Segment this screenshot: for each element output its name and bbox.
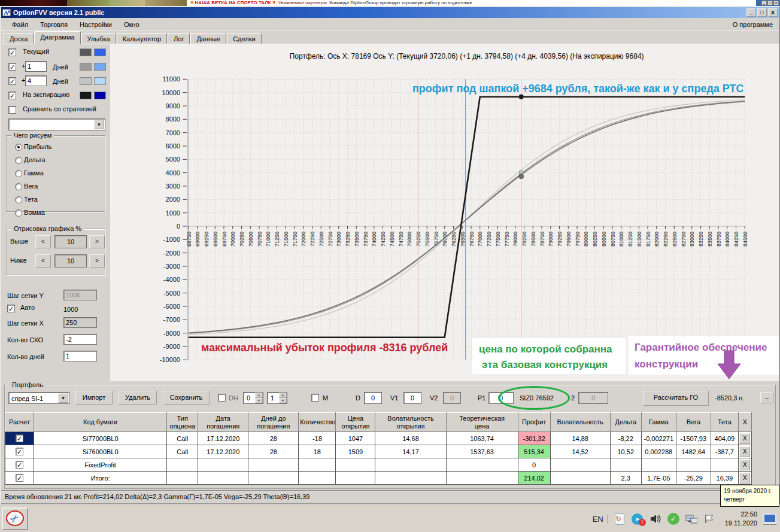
column-header[interactable]: X bbox=[738, 413, 751, 432]
column-header[interactable]: Волатильность bbox=[550, 413, 610, 432]
payoff-chart[interactable]: -10000-9000-8000-7000-6000-5000-4000-300… bbox=[110, 44, 779, 381]
title-bar[interactable]: OptionFVV версия 2.1 public _ □ X bbox=[1, 7, 779, 18]
expiration-swatch-1[interactable] bbox=[80, 92, 92, 99]
radio-vomma[interactable] bbox=[15, 209, 22, 217]
current-swatch-1[interactable] bbox=[80, 48, 92, 56]
row-checkbox[interactable]: ✓ bbox=[16, 474, 23, 482]
menu-settings[interactable]: Настройки bbox=[74, 19, 118, 30]
dh-spinner-1[interactable]: 0▲▼ bbox=[243, 392, 263, 404]
tab-log[interactable]: Лог bbox=[168, 33, 190, 44]
menu-trading[interactable]: Торговля bbox=[34, 19, 74, 30]
network-icon[interactable] bbox=[685, 513, 697, 525]
chevron-down-icon[interactable]: ▼ bbox=[94, 120, 104, 129]
tab-diagram[interactable]: Диаграмма bbox=[34, 31, 80, 44]
above-increment-button[interactable]: > bbox=[89, 235, 105, 248]
column-header[interactable]: Цена открытия bbox=[336, 413, 375, 432]
radio-profit[interactable] bbox=[15, 144, 22, 151]
auto-checkbox[interactable]: ✓ bbox=[7, 305, 15, 312]
language-indicator[interactable]: EN bbox=[593, 515, 608, 524]
column-header[interactable]: Дельта bbox=[610, 413, 641, 432]
preset-dropdown[interactable]: спред SI-1 ▼ bbox=[8, 392, 69, 404]
below-decrement-button[interactable]: < bbox=[35, 254, 51, 267]
status-ok-icon[interactable]: ✓ bbox=[667, 513, 679, 525]
plus1-swatch-1[interactable] bbox=[80, 63, 92, 71]
column-header[interactable]: Теоретическая цена bbox=[446, 413, 518, 432]
row-checkbox[interactable]: ✓ bbox=[16, 434, 23, 442]
bg-maximize-button[interactable]: □ bbox=[767, 1, 773, 5]
column-header[interactable]: Расчет bbox=[5, 413, 34, 432]
flag-icon[interactable] bbox=[703, 513, 715, 525]
compare-checkbox[interactable] bbox=[8, 106, 16, 114]
spin-down-icon[interactable]: ▼ bbox=[279, 398, 287, 403]
radio-delta[interactable] bbox=[15, 157, 22, 164]
column-header[interactable]: Тип опциона bbox=[167, 413, 198, 432]
import-button[interactable]: Импорт bbox=[75, 391, 113, 405]
above-decrement-button[interactable]: < bbox=[35, 235, 51, 248]
speaker-icon[interactable] bbox=[650, 513, 661, 525]
column-header[interactable]: Дата погашения bbox=[198, 413, 248, 432]
menu-window[interactable]: Окно bbox=[118, 19, 145, 30]
update-icon[interactable] bbox=[614, 513, 626, 525]
radio-theta[interactable] bbox=[15, 196, 22, 203]
row-delete-button[interactable]: X bbox=[739, 433, 750, 444]
radio-gamma[interactable] bbox=[15, 170, 22, 177]
row-checkbox[interactable]: ✓ bbox=[16, 461, 23, 469]
tab-data[interactable]: Данные bbox=[190, 33, 226, 44]
maximize-button[interactable]: □ bbox=[757, 8, 767, 17]
clock[interactable]: 22:50 19.11.2020 bbox=[721, 510, 757, 528]
p2-input[interactable]: 0 bbox=[578, 392, 608, 404]
p1-input[interactable]: 0 bbox=[488, 392, 514, 404]
tab-calculator[interactable]: Калькулятор bbox=[117, 33, 167, 44]
spin-down-icon[interactable]: ▼ bbox=[255, 398, 263, 403]
column-header[interactable]: Гамма bbox=[641, 413, 676, 432]
plus4-days-input[interactable] bbox=[25, 75, 47, 86]
below-increment-button[interactable]: > bbox=[89, 254, 105, 267]
collapse-button[interactable]: _ bbox=[760, 392, 773, 403]
bg-close-button[interactable]: X bbox=[773, 1, 779, 5]
column-header[interactable]: Код бумаги bbox=[34, 413, 167, 432]
menu-about[interactable]: О программе bbox=[733, 21, 779, 28]
row-delete-button[interactable]: X bbox=[739, 460, 750, 470]
plus1-checkbox[interactable]: ✓ bbox=[8, 63, 16, 71]
bg-minimize-button[interactable]: _ bbox=[761, 1, 767, 5]
plus4-swatch-1[interactable] bbox=[80, 77, 92, 85]
tab-deals[interactable]: Сделки bbox=[227, 33, 262, 44]
expiration-swatch-2[interactable] bbox=[94, 92, 106, 99]
plus4-checkbox[interactable]: ✓ bbox=[8, 77, 16, 85]
minimize-button[interactable]: _ bbox=[746, 8, 756, 17]
save-button[interactable]: Сохранить bbox=[163, 391, 210, 405]
column-header[interactable]: Дней до погашения bbox=[248, 413, 299, 432]
expiration-checkbox[interactable]: ✓ bbox=[8, 92, 16, 99]
tab-smile[interactable]: Улыбка bbox=[81, 33, 116, 44]
grid-x-input[interactable] bbox=[63, 317, 97, 328]
row-delete-button[interactable]: X bbox=[739, 473, 750, 484]
dh-checkbox[interactable] bbox=[218, 394, 226, 402]
d-input[interactable]: 0 bbox=[364, 392, 382, 404]
tab-board[interactable]: Доска bbox=[4, 33, 34, 44]
column-header[interactable]: Количество bbox=[299, 413, 336, 432]
v1-input[interactable]: 0 bbox=[403, 392, 421, 404]
days-count-input[interactable] bbox=[63, 351, 97, 361]
v2-input[interactable]: 0 bbox=[443, 392, 461, 404]
row-delete-button[interactable]: X bbox=[739, 446, 750, 457]
menu-file[interactable]: Файл bbox=[6, 19, 34, 30]
column-header[interactable]: Вега bbox=[676, 413, 711, 432]
show-desktop-icon[interactable] bbox=[763, 513, 776, 524]
snipping-tool-button[interactable]: ✂ bbox=[2, 507, 28, 530]
plus1-swatch-2[interactable] bbox=[94, 63, 106, 71]
spin-up-icon[interactable]: ▲ bbox=[255, 393, 263, 398]
grid-y-input[interactable] bbox=[63, 290, 97, 300]
column-header[interactable]: Профит bbox=[518, 413, 550, 432]
telegram-icon[interactable]: ➤ 7 bbox=[632, 513, 644, 525]
current-checkbox[interactable]: ✓ bbox=[8, 48, 16, 56]
close-button[interactable]: X bbox=[768, 8, 778, 17]
calculate-go-button[interactable]: Рассчитать ГО bbox=[643, 391, 709, 406]
plus1-days-input[interactable] bbox=[25, 61, 47, 72]
chevron-down-icon[interactable]: ▼ bbox=[58, 393, 68, 403]
row-checkbox[interactable]: ✓ bbox=[16, 448, 23, 455]
delete-button[interactable]: Удалить bbox=[119, 391, 157, 405]
column-header[interactable]: Тета bbox=[711, 413, 738, 432]
current-swatch-2[interactable] bbox=[94, 48, 106, 56]
plus4-swatch-2[interactable] bbox=[94, 77, 106, 85]
radio-vega[interactable] bbox=[15, 183, 22, 190]
